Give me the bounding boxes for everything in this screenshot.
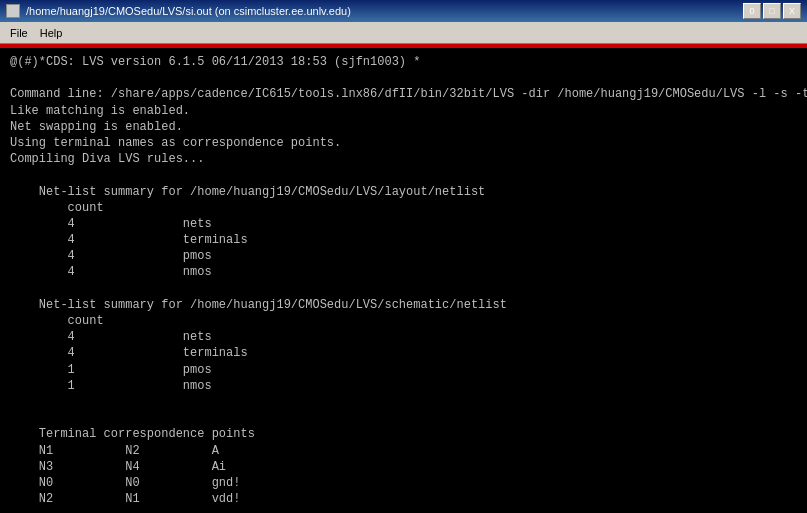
menu-help[interactable]: Help <box>34 25 69 41</box>
window-icon <box>6 4 20 18</box>
close-button[interactable]: X <box>783 3 801 19</box>
title-bar-text: /home/huangj19/CMOSedu/LVS/si.out (on cs… <box>6 4 351 18</box>
terminal-output[interactable]: @(#)*CDS: LVS version 6.1.5 06/11/2013 1… <box>0 48 807 513</box>
window-title: /home/huangj19/CMOSedu/LVS/si.out (on cs… <box>26 5 351 17</box>
window-controls[interactable]: 0 □ X <box>743 3 801 19</box>
title-bar: /home/huangj19/CMOSedu/LVS/si.out (on cs… <box>0 0 807 22</box>
maximize-button[interactable]: □ <box>763 3 781 19</box>
minimize-button[interactable]: 0 <box>743 3 761 19</box>
menu-bar: File Help <box>0 22 807 44</box>
menu-file[interactable]: File <box>4 25 34 41</box>
